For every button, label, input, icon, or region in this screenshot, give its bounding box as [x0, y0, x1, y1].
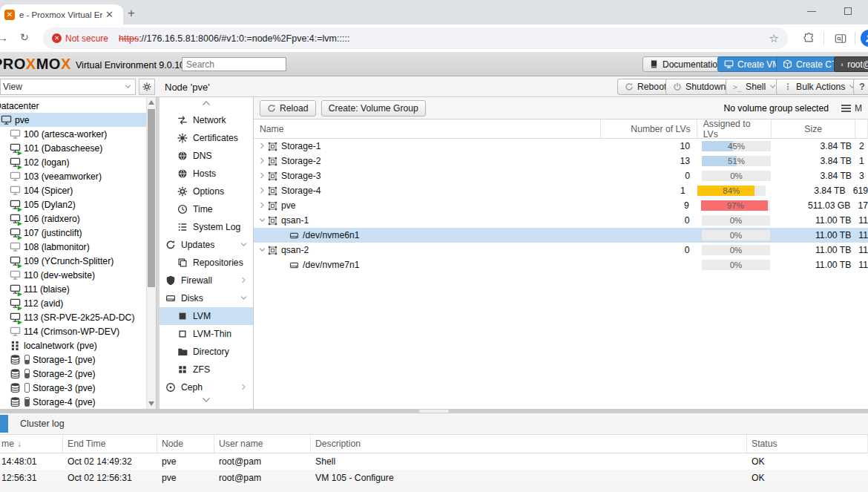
tree-item-storage-2-pve[interactable]: Storage-2 (pve): [0, 367, 146, 381]
tree-item-datacenter[interactable]: Datacenter: [0, 99, 146, 113]
more-menu-button[interactable]: M: [841, 103, 862, 114]
menu-scroll-up-icon[interactable]: [160, 99, 253, 109]
menu-item-directory[interactable]: Directory: [160, 343, 253, 361]
tab-cluster-log[interactable]: Cluster log: [20, 419, 65, 429]
tree-scrollbar[interactable]: [146, 97, 156, 409]
forward-icon[interactable]: →: [0, 31, 8, 44]
log-column-header-me[interactable]: me↓: [0, 435, 63, 453]
reload-icon[interactable]: ↻: [20, 31, 29, 43]
chevron-right-icon[interactable]: [259, 200, 266, 211]
reload-button[interactable]: Reload: [260, 100, 316, 117]
lvm-row-dev-nvme7n1[interactable]: /dev/nvme7n10%11.00 TB11: [254, 258, 868, 272]
tree-item-pve[interactable]: pve: [0, 113, 146, 127]
tree-item-114-crimson-wp-dev[interactable]: 114 (Crimson-WP-DEV): [0, 324, 146, 338]
not-secure-label[interactable]: Not secure: [65, 33, 108, 44]
menu-item-lvm-thin[interactable]: LVM-Thin: [160, 325, 253, 343]
menu-item-firewall[interactable]: Firewall: [160, 272, 253, 289]
log-column-header-user-name[interactable]: User name: [214, 435, 311, 453]
tree-item-storage-3-pve[interactable]: Storage-3 (pve): [0, 381, 146, 395]
column-header-size[interactable]: Size: [772, 119, 855, 138]
tree-item-108-labmonitor[interactable]: 108 (labmonitor): [0, 240, 146, 254]
menu-item-dns[interactable]: DNS: [160, 147, 253, 165]
lvm-row-dev-nvme6n1[interactable]: /dev/nvme6n10%11.00 TB11: [254, 228, 868, 243]
window-minimize-button[interactable]: —: [807, 6, 815, 16]
documentation-button[interactable]: Documentation: [642, 56, 729, 72]
menu-item-options[interactable]: Options: [160, 183, 253, 200]
menu-item-certificates[interactable]: Certificates: [160, 129, 253, 147]
tree-item-105-dylan2[interactable]: 105 (Dylan2): [0, 197, 146, 211]
log-row-0[interactable]: 14:48:01Oct 02 14:49:32pveroot@pamShellO…: [0, 453, 868, 470]
view-selector[interactable]: View: [0, 79, 136, 95]
column-header-assigned-to-lvs[interactable]: Assigned to LVs: [697, 119, 772, 138]
lvm-row-qsan-1[interactable]: qsan-100%11.00 TB11: [254, 213, 868, 228]
lvm-row-qsan-2[interactable]: qsan-200%11.00 TB11: [254, 243, 868, 258]
menu-item-updates[interactable]: Updates: [160, 236, 253, 254]
help-button[interactable]: ?: [853, 79, 868, 95]
column-header-number-of-lvs[interactable]: Number of LVs: [601, 119, 697, 138]
tree-item-109-ycrunch-splitter[interactable]: 109 (YCrunch-Splitter): [0, 254, 146, 268]
tasks-tab-partial[interactable]: [0, 415, 8, 433]
bookmark-star-icon[interactable]: ☆: [769, 32, 779, 45]
user-menu-button[interactable]: root@: [834, 56, 868, 72]
tree-item-113-sr-pve-2k25-ad-dc[interactable]: 113 (SR-PVE-2k25-AD-DC): [0, 310, 146, 324]
menu-item-hosts[interactable]: Hosts: [160, 165, 253, 183]
shutdown-button[interactable]: Shutdown: [665, 79, 733, 95]
search-input[interactable]: [182, 57, 286, 71]
tree-item-107-justinclift[interactable]: 107 (justinclift): [0, 226, 146, 240]
tree-item-112-avid[interactable]: 112 (avid): [0, 296, 146, 310]
menu-item-repositories[interactable]: Repositories: [160, 254, 253, 272]
menu-item-ceph[interactable]: Ceph: [160, 378, 253, 396]
log-row-1[interactable]: 12:56:31Oct 02 12:56:31pveroot@pamVM 105…: [0, 470, 868, 486]
log-column-header-description[interactable]: Description: [311, 435, 747, 453]
splitter-grip[interactable]: [419, 410, 449, 413]
chevron-right-icon[interactable]: [259, 171, 266, 181]
url-omnibox[interactable]: ✕ Not secure https://176.16.5.81:8006/#v…: [43, 27, 788, 49]
tree-item-storage-1-pve[interactable]: Storage-1 (pve): [0, 352, 146, 367]
lvm-row-storage-2[interactable]: Storage-21351%3.84 TB1: [254, 154, 868, 168]
tree-item-102-logan[interactable]: 102 (logan): [0, 155, 146, 169]
menu-item-zfs[interactable]: ZFS: [160, 361, 253, 378]
chevron-right-icon[interactable]: [259, 141, 266, 151]
menu-scroll-down-icon[interactable]: [160, 396, 253, 406]
menu-item-lvm[interactable]: LVM: [160, 307, 253, 325]
tab-close-icon[interactable]: ✕: [105, 9, 114, 20]
menu-item-system-log[interactable]: System Log: [160, 218, 253, 236]
shell-button[interactable]: >_ Shell: [726, 79, 783, 95]
tree-item-localnetwork-pve[interactable]: localnetwork (pve): [0, 338, 146, 352]
tree-item-110-dev-website[interactable]: 110 (dev-website): [0, 268, 146, 282]
chevron-right-icon[interactable]: [259, 156, 266, 166]
menu-item-network[interactable]: Network: [160, 111, 253, 129]
tree-item-103-veeamworker[interactable]: 103 (veeamworker): [0, 169, 146, 183]
tree-item-100-artesca-worker[interactable]: 100 (artesca-worker): [0, 127, 146, 141]
view-settings-button[interactable]: [139, 79, 155, 95]
scroll-up-icon[interactable]: [148, 100, 154, 105]
new-tab-button[interactable]: +: [128, 6, 135, 21]
lvm-row-storage-1[interactable]: Storage-11045%3.84 TB2: [254, 139, 868, 154]
lvm-row-storage-3[interactable]: Storage-300%3.84 TB3: [254, 168, 868, 183]
extensions-puzzle-icon[interactable]: [803, 32, 815, 45]
tree-item-106-raidxero[interactable]: 106 (raidxero): [0, 211, 146, 226]
tree-item-104-spicer[interactable]: 104 (Spicer): [0, 183, 146, 197]
menu-item-time[interactable]: Time: [160, 200, 253, 218]
side-panel-icon[interactable]: [834, 32, 847, 45]
menu-item-disks[interactable]: Disks: [160, 289, 253, 307]
chevron-right-icon[interactable]: [259, 186, 266, 196]
tree-item-111-blaise[interactable]: 111 (blaise): [0, 282, 146, 296]
lvm-row-pve[interactable]: pve997%511.03 GB17: [254, 198, 868, 213]
log-column-header-end-time[interactable]: End Time: [63, 435, 157, 453]
bulk-actions-button[interactable]: ⋮ Bulk Actions: [776, 79, 863, 95]
log-column-header-status[interactable]: Status: [747, 435, 868, 453]
tree-item-storage-4-pve[interactable]: Storage-4 (pve): [0, 395, 146, 409]
chevron-down-icon[interactable]: [259, 215, 266, 226]
column-header-name[interactable]: Name: [254, 119, 601, 138]
create-volume-group-button[interactable]: Create: Volume Group: [321, 100, 426, 117]
tree-item-101-dabascheese[interactable]: 101 (Dabascheese): [0, 141, 146, 155]
profile-avatar[interactable]: [861, 30, 868, 47]
log-column-header-node[interactable]: Node: [157, 435, 214, 453]
scroll-down-icon[interactable]: [148, 401, 154, 406]
column-header-free-clipped[interactable]: [855, 119, 868, 138]
scrollbar-thumb[interactable]: [148, 109, 155, 287]
chevron-down-icon[interactable]: [259, 245, 266, 255]
lvm-row-storage-4[interactable]: Storage-4184%3.84 TB619: [254, 183, 868, 198]
browser-tab[interactable]: ✕ e - Proxmox Virtual Environm ✕: [0, 4, 123, 24]
